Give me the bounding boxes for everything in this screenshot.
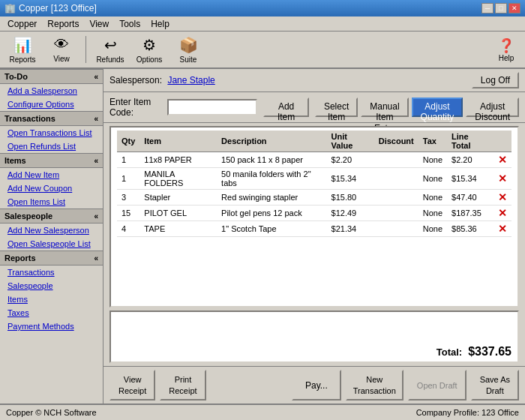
open-draft-button[interactable]: Open Draft — [408, 370, 466, 400]
bottom-bar: View Receipt Print Receipt Pay... New Tr… — [104, 366, 525, 404]
help-label: Help — [499, 54, 514, 62]
close-button[interactable]: ✕ — [508, 3, 520, 14]
adjust-discount-button[interactable]: Adjust Discount — [466, 98, 519, 117]
menu-help[interactable]: Help — [146, 18, 174, 30]
toolbar-suite-label: Suite — [180, 56, 197, 64]
delete-row-button[interactable]: ✕ — [498, 154, 507, 166]
sidebar-section-todo-label: To-Do — [4, 72, 28, 81]
toolbar: 📊 Reports 👁 View ↩ Refunds ⚙ Options 📦 S… — [0, 32, 525, 69]
sidebar-item-open-refunds[interactable]: Open Refunds List — [0, 140, 103, 153]
col-tax: Tax — [418, 130, 447, 152]
sidebar-item-reports-salespeople[interactable]: Salespeople — [0, 279, 103, 292]
cell-item: TAPE — [140, 221, 217, 237]
sidebar-section-todo: To-Do « — [0, 69, 103, 84]
toolbar-options-button[interactable]: ⚙ Options — [131, 34, 167, 65]
pay-button[interactable]: Pay... — [292, 370, 341, 400]
items-toggle-icon[interactable]: « — [94, 157, 98, 165]
col-qty: Qty — [117, 130, 140, 152]
cell-unit-value: $15.80 — [327, 190, 374, 206]
menu-copper[interactable]: Copper — [3, 18, 41, 30]
save-as-draft-button[interactable]: Save As Draft — [471, 370, 519, 400]
delete-row-button[interactable]: ✕ — [498, 207, 507, 219]
cell-description: 50 manila folders with 2" tabs — [217, 168, 327, 190]
sidebar-item-reports-items[interactable]: Items — [0, 292, 103, 306]
sidebar-item-open-items-list[interactable]: Open Items List — [0, 195, 103, 208]
print-receipt-button[interactable]: Print Receipt — [160, 370, 206, 400]
cell-discount — [374, 206, 418, 221]
cell-unit-value: $2.20 — [327, 152, 374, 168]
cell-line-total: $15.34 — [447, 168, 494, 190]
cell-unit-value: $12.49 — [327, 206, 374, 221]
cell-tax: None — [418, 168, 447, 190]
sidebar-section-transactions: Transactions « — [0, 111, 103, 126]
sidebar-section-transactions-label: Transactions — [4, 114, 56, 123]
maximize-button[interactable]: □ — [495, 3, 507, 14]
cell-line-total: $47.40 — [447, 190, 494, 206]
delete-row-button[interactable]: ✕ — [498, 223, 507, 235]
manual-item-entry-button[interactable]: Manual Item Entry — [361, 98, 408, 117]
toolbar-view-label: View — [53, 55, 70, 63]
table-header-row: Qty Item Description Unit Value Discount… — [117, 130, 512, 152]
main-layout: To-Do « Add a Salesperson Configure Opti… — [0, 69, 525, 404]
status-bar: Copper © NCH Software Company Profile: 1… — [0, 404, 525, 420]
col-description: Description — [217, 130, 327, 152]
status-right: Company Profile: 123 Office — [416, 408, 519, 417]
sidebar-section-salespeople-label: Salespeople — [4, 212, 52, 220]
cell-qty: 15 — [117, 206, 140, 221]
sidebar-item-reports-payment-methods[interactable]: Payment Methods — [0, 320, 103, 333]
view-receipt-button[interactable]: View Receipt — [110, 370, 155, 400]
new-transaction-button[interactable]: New Transaction — [346, 370, 404, 400]
adjust-quantity-button[interactable]: Adjust Quantity — [412, 98, 464, 117]
sidebar-item-reports-taxes[interactable]: Taxes — [0, 306, 103, 320]
reports-icon: 📊 — [14, 36, 32, 54]
table-row: 3 Stapler Red swinging stapler $15.80 No… — [117, 190, 512, 206]
cell-tax: None — [418, 190, 447, 206]
sidebar-item-add-new-item[interactable]: Add New Item — [0, 168, 103, 182]
menu-tools[interactable]: Tools — [115, 18, 145, 30]
sidebar-item-open-transactions[interactable]: Open Transactions List — [0, 126, 103, 140]
help-button[interactable]: ❓ Help — [492, 34, 520, 65]
menu-reports[interactable]: Reports — [43, 18, 83, 30]
cell-item: MANILA FOLDERS — [140, 168, 217, 190]
cell-unit-value: $21.34 — [327, 221, 374, 237]
refunds-icon: ↩ — [104, 36, 117, 54]
sidebar-item-configure-options[interactable]: Configure Options — [0, 98, 103, 111]
sidebar-item-add-salesperson[interactable]: Add a Salesperson — [0, 84, 103, 98]
toolbar-view-button[interactable]: 👁 View — [44, 34, 80, 65]
sidebar-item-add-new-salesperson[interactable]: Add New Salesperson — [0, 224, 103, 237]
cell-description: 1" Scotch Tape — [217, 221, 327, 237]
cell-tax: None — [418, 152, 447, 168]
salesperson-name[interactable]: Jane Staple — [167, 75, 214, 86]
cell-discount — [374, 168, 418, 190]
cell-line-total: $85.36 — [447, 221, 494, 237]
todo-toggle-icon[interactable]: « — [94, 73, 98, 81]
salespeople-toggle-icon[interactable]: « — [94, 212, 98, 220]
cell-discount — [374, 152, 418, 168]
col-unit-value: Unit Value — [327, 130, 374, 152]
sidebar-section-reports: Reports « — [0, 250, 103, 266]
sidebar-item-add-new-coupon[interactable]: Add New Coupon — [0, 182, 103, 195]
toolbar-refunds-button[interactable]: ↩ Refunds — [92, 34, 128, 65]
sidebar-item-reports-transactions[interactable]: Transactions — [0, 266, 103, 279]
minimize-button[interactable]: ─ — [482, 3, 494, 14]
delete-row-button[interactable]: ✕ — [498, 191, 507, 203]
total-section: Total: $337.65 — [436, 345, 512, 358]
toolbar-reports-button[interactable]: 📊 Reports — [4, 34, 40, 65]
menu-view[interactable]: View — [85, 18, 113, 30]
col-discount: Discount — [374, 130, 418, 152]
table-row: 15 PILOT GEL Pilot gel pens 12 pack $12.… — [117, 206, 512, 221]
toolbar-refunds-label: Refunds — [96, 56, 124, 64]
item-code-input[interactable] — [167, 99, 257, 116]
add-item-button[interactable]: Add Item — [263, 98, 309, 117]
toolbar-suite-button[interactable]: 📦 Suite — [170, 34, 206, 65]
menu-bar: Copper Reports View Tools Help — [0, 16, 525, 32]
col-delete — [494, 130, 512, 152]
logoff-button[interactable]: Log Off — [472, 72, 519, 88]
reports-toggle-icon[interactable]: « — [94, 254, 98, 262]
select-item-button[interactable]: Select Item — [315, 98, 358, 117]
transactions-toggle-icon[interactable]: « — [94, 115, 98, 123]
sidebar-item-open-salespeople-list[interactable]: Open Salespeople List — [0, 237, 103, 250]
cell-tax: None — [418, 221, 447, 237]
delete-row-button[interactable]: ✕ — [498, 172, 507, 184]
sidebar-section-reports-label: Reports — [4, 254, 36, 262]
